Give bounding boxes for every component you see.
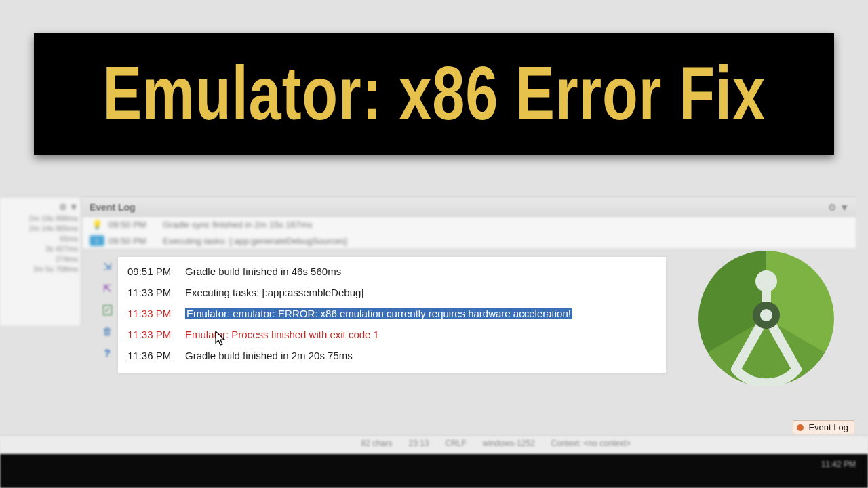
- timing-entry: 2m 19s 998ms: [3, 214, 78, 222]
- event-log-gutter: ⇲ ⇱ ✓ 🗑 ?: [98, 258, 116, 400]
- log-time: 11:33 PM: [127, 329, 185, 340]
- log-message: Emulator: Process finished with exit cod…: [185, 329, 656, 340]
- trash-icon[interactable]: 🗑: [102, 325, 113, 337]
- timing-entry: 2m 5s 708ms: [3, 265, 78, 273]
- log-time: 09:50 PM: [108, 236, 163, 246]
- log-time: 11:36 PM: [127, 350, 185, 361]
- status-caret-pos[interactable]: 23:13: [408, 439, 429, 448]
- info-icon: i: [90, 235, 104, 246]
- log-message: Executing tasks: [:app:generateDebugSour…: [163, 236, 347, 246]
- event-log-button-label: Event Log: [808, 422, 848, 432]
- log-time: 11:33 PM: [127, 308, 185, 319]
- android-studio-logo-icon: [698, 251, 834, 386]
- log-time: 09:50 PM: [108, 220, 163, 230]
- event-log-header: Event Log ⚙ ▼: [83, 197, 856, 217]
- timing-entry: 3s 427ms: [3, 245, 78, 253]
- log-row-error[interactable]: 11:33 PM Emulator: Process finished with…: [118, 324, 666, 345]
- log-time: 09:51 PM: [127, 266, 185, 277]
- ide-status-bar: 82 chars 23:13 CRLF windows-1252 Context…: [0, 435, 868, 454]
- status-encoding[interactable]: windows-1252: [483, 439, 535, 448]
- bulb-icon: 💡: [90, 220, 104, 230]
- svg-point-5: [760, 309, 772, 321]
- log-row[interactable]: 11:33 PM Executing tasks: [:app:assemble…: [118, 282, 666, 303]
- gear-icon[interactable]: ⚙ ▼: [3, 202, 78, 212]
- title-text: Emulator: x86 Error Fix: [102, 50, 766, 136]
- selected-text: Emulator: emulator: ERROR: x86 emulation…: [185, 308, 572, 319]
- collapse-icon[interactable]: ⇱: [103, 283, 112, 295]
- log-row[interactable]: i 09:50 PM Executing tasks: [:app:genera…: [83, 232, 856, 249]
- log-message: Gradle build finished in 2m 20s 75ms: [185, 350, 656, 361]
- timing-entry: 274ms: [3, 255, 78, 263]
- panel-settings-icon[interactable]: ⚙ ▼: [828, 197, 849, 218]
- windows-taskbar[interactable]: 11:42 PM: [0, 454, 868, 488]
- log-row-error-selected[interactable]: 11:33 PM Emulator: emulator: ERROR: x86 …: [118, 303, 666, 324]
- log-message: Executing tasks: [:app:assembleDebug]: [185, 287, 656, 298]
- status-context[interactable]: Context: <no context>: [551, 439, 631, 448]
- log-message: Gradle build finished in 46s 560ms: [185, 266, 656, 277]
- event-log-older-rows: 💡 09:50 PM Gradle sync finished in 2m 15…: [83, 217, 856, 249]
- event-log-title: Event Log: [90, 202, 136, 213]
- build-timings-panel: ⚙ ▼ 2m 19s 998ms 2m 14s 905ms 55ms 3s 42…: [0, 197, 81, 325]
- log-message: Emulator: emulator: ERROR: x86 emulation…: [185, 308, 656, 319]
- title-banner: Emulator: x86 Error Fix: [34, 33, 834, 155]
- event-log-button[interactable]: Event Log: [793, 420, 854, 434]
- status-chars: 82 chars: [361, 439, 392, 448]
- event-log-entries: 09:51 PM Gradle build finished in 46s 56…: [117, 256, 667, 373]
- timing-entry: 2m 14s 905ms: [3, 224, 78, 232]
- timing-entry: 55ms: [3, 235, 78, 243]
- expand-icon[interactable]: ⇲: [103, 260, 112, 272]
- taskbar-time: 11:42 PM: [821, 460, 856, 470]
- status-line-sep[interactable]: CRLF: [446, 439, 467, 448]
- taskbar-clock[interactable]: 11:42 PM: [821, 460, 856, 470]
- log-time: 11:33 PM: [127, 287, 185, 298]
- help-icon[interactable]: ?: [104, 347, 110, 359]
- log-row[interactable]: 💡 09:50 PM Gradle sync finished in 2m 15…: [83, 217, 856, 232]
- svg-point-3: [755, 270, 777, 292]
- log-message: Gradle sync finished in 2m 15s 167ms: [163, 220, 312, 230]
- check-icon[interactable]: ✓: [103, 305, 112, 315]
- log-row[interactable]: 09:51 PM Gradle build finished in 46s 56…: [118, 261, 666, 282]
- log-row[interactable]: 11:36 PM Gradle build finished in 2m 20s…: [118, 345, 666, 366]
